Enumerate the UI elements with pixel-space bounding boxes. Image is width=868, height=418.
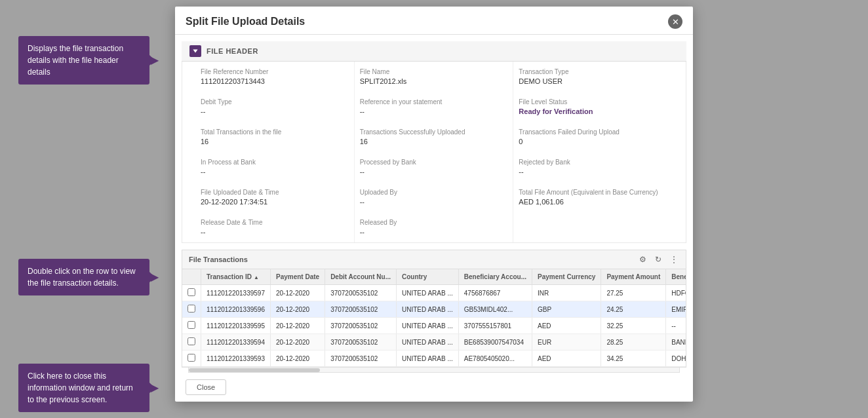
table-cell: INR (532, 285, 601, 301)
field-label: Total File Amount (Equivalent in Base Cu… (519, 189, 667, 196)
table-actions: ⚙ ↻ ⋮ (637, 254, 679, 265)
transactions-title: File Transactions (189, 256, 248, 263)
row-checkbox[interactable] (187, 337, 195, 345)
row-checkbox[interactable] (187, 288, 195, 296)
table-cell: 3707200535102 (325, 351, 397, 367)
column-header-7[interactable]: Beneficiary Bank ... (666, 269, 686, 285)
table-row[interactable]: 111201220133959620-12-20203707200535102U… (182, 301, 686, 318)
table-row[interactable]: 111201220133959720-12-20203707200535102U… (182, 285, 686, 301)
transactions-section: File Transactions ⚙ ↻ ⋮ Transaction ID▲P… (182, 250, 686, 373)
table-head: Transaction ID▲Payment DateDebit Account… (182, 269, 686, 285)
modal-title: Split File Upload Details (186, 16, 305, 28)
field-value: 0 (519, 138, 667, 145)
field-item: In Process at Bank-- (195, 152, 355, 182)
field-value: -- (201, 168, 349, 176)
row-checkbox-cell[interactable] (182, 334, 201, 351)
tooltip-arrow-1: ▶ (151, 52, 159, 68)
row-checkbox-cell[interactable] (182, 285, 201, 301)
table-row[interactable]: 111201220133959320-12-20203707200535102U… (182, 351, 686, 367)
table-cell: DOHA BANK (666, 351, 686, 367)
table-cell: 28.25 (601, 334, 666, 351)
field-label: Transactions Failed During Upload (519, 128, 667, 136)
table-cell: GBP (532, 301, 601, 318)
table-cell: 20-12-2020 (270, 285, 325, 301)
refresh-icon[interactable]: ↻ (653, 254, 663, 265)
settings-icon[interactable]: ⚙ (637, 254, 648, 265)
table-header-row: Transaction ID▲Payment DateDebit Account… (182, 269, 686, 285)
table-cell: UNITED ARAB ... (396, 334, 458, 351)
column-header-3[interactable]: Country (396, 269, 458, 285)
table-cell: 3707200535102 (325, 318, 397, 334)
row-checkbox-cell[interactable] (182, 351, 201, 367)
column-header-1[interactable]: Payment Date (270, 269, 325, 285)
field-label: File Level Status (519, 98, 667, 105)
field-item: Transactions Successfully Uploaded16 (355, 122, 514, 152)
table-cell: 1112012201339597 (201, 285, 271, 301)
table-body: 111201220133959720-12-20203707200535102U… (182, 285, 686, 367)
close-footer-button[interactable]: Close (186, 379, 226, 395)
field-value: -- (519, 168, 667, 176)
row-checkbox[interactable] (187, 305, 195, 313)
table-row[interactable]: 111201220133959520-12-20203707200535102U… (182, 318, 686, 334)
table-cell: 1112012201339593 (201, 351, 271, 367)
column-header-2[interactable]: Debit Account Nu... (325, 269, 397, 285)
row-checkbox[interactable] (187, 321, 195, 329)
modal-close-button[interactable]: ✕ (668, 14, 682, 29)
table-cell: 20-12-2020 (270, 334, 325, 351)
table-cell: 3707200535102 (325, 301, 397, 318)
field-item: Rejected by Bank-- (513, 152, 673, 182)
field-item: File Uploaded Date & Time20-12-2020 17:3… (195, 182, 355, 212)
row-checkbox-cell[interactable] (182, 318, 201, 334)
select-all-header (182, 269, 201, 285)
table-cell: 4756876867 (458, 285, 532, 301)
field-value: -- (360, 107, 508, 115)
column-header-4[interactable]: Beneficiary Accou... (458, 269, 532, 285)
transactions-table-wrapper: Transaction ID▲Payment DateDebit Account… (182, 269, 686, 368)
field-label: Uploaded By (360, 189, 508, 196)
field-item: Release Date & Time-- (195, 212, 355, 242)
table-cell: EUR (532, 334, 601, 351)
section-header-title: FILE HEADER (207, 47, 258, 55)
table-cell: EMIRATES NBD BA... (666, 301, 686, 318)
table-row[interactable]: 111201220133959420-12-20203707200535102U… (182, 334, 686, 351)
table-cell: UNITED ARAB ... (396, 285, 458, 301)
field-item: Debit Type-- (195, 92, 355, 122)
column-header-5[interactable]: Payment Currency (532, 269, 601, 285)
field-label: Debit Type (201, 98, 349, 105)
table-cell: HDFC BANK LIMIT... (666, 285, 686, 301)
table-cell: AE7805405020... (458, 351, 532, 367)
table-cell: 34.25 (601, 351, 666, 367)
table-cell: 3707555157801 (458, 318, 532, 334)
tooltip-text-2: Double click on the row to view the file… (28, 267, 136, 288)
column-header-0[interactable]: Transaction ID▲ (201, 269, 271, 285)
field-value: -- (360, 198, 508, 206)
modal-dialog: Split File Upload Details ✕ FILE HEADER … (175, 7, 693, 402)
scrollbar-thumb (189, 368, 320, 372)
table-cell: 20-12-2020 (270, 301, 325, 318)
field-label: Rejected by Bank (519, 159, 667, 166)
column-header-6[interactable]: Payment Amount (601, 269, 666, 285)
table-cell: 3707200535102 (325, 285, 397, 301)
row-checkbox-cell[interactable] (182, 301, 201, 318)
section-collapse-icon[interactable] (189, 45, 201, 57)
table-cell: 32.25 (601, 318, 666, 334)
table-cell: 1112012201339596 (201, 301, 271, 318)
table-cell: UNITED ARAB ... (396, 351, 458, 367)
field-value: -- (360, 228, 508, 236)
table-cell: 20-12-2020 (270, 351, 325, 367)
field-item: Total File Amount (Equivalent in Base Cu… (513, 182, 673, 212)
file-header-fields: File Reference Number1112012203713443Fil… (182, 62, 686, 243)
horizontal-scrollbar[interactable] (188, 368, 680, 373)
page-background: Displays the file transaction details wi… (0, 0, 868, 418)
file-header-section: FILE HEADER (182, 41, 686, 62)
table-cell: AED (532, 318, 601, 334)
field-item: File Reference Number1112012203713443 (195, 62, 355, 92)
field-label: Reference in your statement (360, 98, 508, 105)
row-checkbox[interactable] (187, 354, 195, 362)
field-value: 20-12-2020 17:34:51 (201, 198, 349, 206)
tooltip-arrow-3: ▶ (151, 380, 159, 396)
field-label: Release Date & Time (201, 219, 349, 226)
close-icon: ✕ (672, 18, 679, 26)
modal-header: Split File Upload Details ✕ (175, 7, 693, 35)
more-options-icon[interactable]: ⋮ (669, 254, 679, 265)
